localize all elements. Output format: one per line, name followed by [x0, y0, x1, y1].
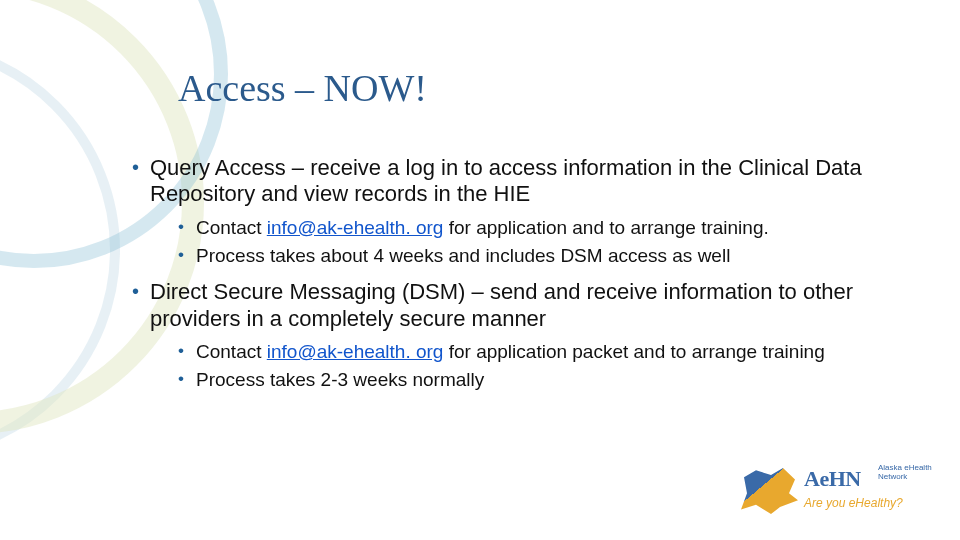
- email-link[interactable]: info@ak-ehealth. org: [267, 217, 444, 238]
- bullet-text: Query Access – receive a log in to acces…: [150, 155, 862, 206]
- bullet-level2: Process takes about 4 weeks and includes…: [178, 244, 900, 268]
- bullet-text: Contact: [196, 341, 267, 362]
- bullet-level2: Contact info@ak-ehealth. org for applica…: [178, 340, 900, 364]
- logo-text: AeHN: [804, 466, 861, 492]
- bullet-text: for application packet and to arrange tr…: [443, 341, 824, 362]
- slide-body: Query Access – receive a log in to acces…: [130, 155, 900, 404]
- bullet-text: Direct Secure Messaging (DSM) – send and…: [150, 279, 853, 330]
- bullet-text: Process takes 2-3 weeks normally: [196, 369, 484, 390]
- bullet-text: Contact: [196, 217, 267, 238]
- alaska-map-icon: [738, 468, 798, 514]
- slide: Access – NOW! Query Access – receive a l…: [0, 0, 960, 540]
- bullet-text: Process takes about 4 weeks and includes…: [196, 245, 730, 266]
- bullet-level1: Direct Secure Messaging (DSM) – send and…: [130, 279, 900, 391]
- email-link[interactable]: info@ak-ehealth. org: [267, 341, 444, 362]
- aehn-logo: AeHN Alaska eHealth Network Are you eHea…: [738, 462, 938, 524]
- bullet-level2: Contact info@ak-ehealth. org for applica…: [178, 216, 900, 240]
- slide-title: Access – NOW!: [178, 66, 427, 110]
- logo-tagline: Are you eHealthy?: [804, 496, 903, 510]
- bullet-level1: Query Access – receive a log in to acces…: [130, 155, 900, 267]
- bullet-level2: Process takes 2-3 weeks normally: [178, 368, 900, 392]
- logo-subtext: Alaska eHealth Network: [878, 464, 938, 482]
- bullet-text: for application and to arrange training.: [443, 217, 768, 238]
